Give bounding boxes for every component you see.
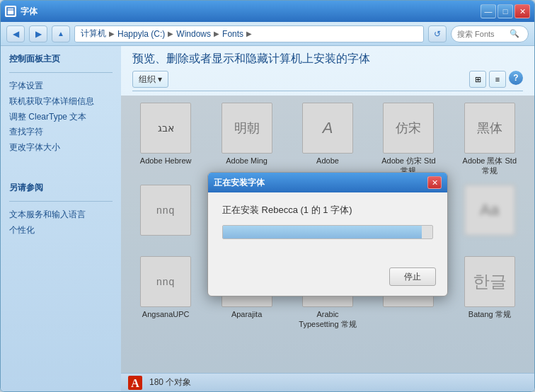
sidebar-link-online-fonts[interactable]: 联机获取字体详细信息 <box>9 96 113 108</box>
sidebar-see-also: 另请参阅 文本服务和输入语言 个性化 <box>9 182 113 236</box>
maximize-button[interactable]: □ <box>497 4 513 18</box>
toolbar-right: ⊞ ≡ ? <box>469 71 523 88</box>
path-breadcrumb-windows[interactable]: Windows <box>176 29 211 39</box>
content-header: 预览、删除或者显示和隐藏计算机上安装的字体 组织 ▾ ⊞ ≡ ? <box>121 46 534 96</box>
install-font-dialog: 正在安装字体 ✕ 正在安装 Rebecca (1 的 1 字体) 停止 <box>207 172 448 296</box>
progress-bar-fill <box>223 226 422 238</box>
svg-rect-0 <box>7 8 14 15</box>
content-area: 预览、删除或者显示和隐藏计算机上安装的字体 组织 ▾ ⊞ ≡ ? <box>121 46 534 391</box>
sidebar-link-font-size[interactable]: 更改字体大小 <box>9 142 113 154</box>
svg-text:A: A <box>131 377 139 389</box>
window-title: 字体 <box>21 6 38 18</box>
refresh-button[interactable]: ↺ <box>428 25 447 42</box>
sidebar-see-also-title: 另请参阅 <box>9 182 113 194</box>
modal-title-bar: 正在安装字体 ✕ <box>208 173 447 192</box>
path-breadcrumb-drive[interactable]: Happyla (C:) <box>117 29 165 39</box>
path-arrow-3: ▶ <box>214 30 219 38</box>
page-title: 预览、删除或者显示和隐藏计算机上安装的字体 <box>132 52 523 67</box>
title-bar-left: 字体 <box>5 6 38 18</box>
close-button[interactable]: ✕ <box>514 4 530 18</box>
toolbar: 组织 ▾ ⊞ ≡ ? <box>132 71 523 88</box>
window-controls: — □ ✕ <box>481 4 530 18</box>
sidebar-link-cleartype[interactable]: 调整 ClearType 文本 <box>9 111 113 123</box>
forward-button[interactable]: ▶ <box>29 25 47 42</box>
main-window: 字体 — □ ✕ ◀ ▶ ▲ 计算机 ▶ Happyla (C:) ▶ Wind… <box>0 0 535 392</box>
view-icon-button[interactable]: ⊞ <box>469 71 486 88</box>
progress-bar-container <box>222 225 433 239</box>
content-wrapper: אבג Adobe Hebrew 明朝 Adobe Ming A <box>121 96 534 373</box>
organize-button[interactable]: 组织 ▾ <box>132 71 168 88</box>
stop-button[interactable]: 停止 <box>389 267 436 286</box>
path-arrow-4: ▶ <box>246 30 252 38</box>
view-list-button[interactable]: ≡ <box>489 71 506 88</box>
search-input[interactable] <box>457 30 507 38</box>
toolbar-separator <box>132 91 523 91</box>
main-area: 控制面板主页 字体设置 联机获取字体详细信息 调整 ClearType 文本 查… <box>1 46 534 391</box>
modal-close-button[interactable]: ✕ <box>427 176 442 189</box>
modal-title-text: 正在安装字体 <box>214 177 265 189</box>
path-arrow-1: ▶ <box>109 30 115 38</box>
title-bar: 字体 — □ ✕ <box>1 1 534 22</box>
address-path[interactable]: 计算机 ▶ Happyla (C:) ▶ Windows ▶ Fonts ▶ <box>74 25 424 42</box>
address-bar: ◀ ▶ ▲ 计算机 ▶ Happyla (C:) ▶ Windows ▶ Fon… <box>1 22 534 46</box>
path-breadcrumb-computer[interactable]: 计算机 <box>81 28 106 40</box>
sidebar: 控制面板主页 字体设置 联机获取字体详细信息 调整 ClearType 文本 查… <box>1 46 121 391</box>
sidebar-link-personalize[interactable]: 个性化 <box>9 224 113 236</box>
sidebar-main-title: 控制面板主页 <box>9 53 113 65</box>
search-icon: 🔍 <box>510 29 519 38</box>
path-breadcrumb-fonts[interactable]: Fonts <box>222 29 243 39</box>
modal-body: 正在安装 Rebecca (1 的 1 字体) <box>208 192 447 262</box>
path-arrow-2: ▶ <box>168 30 173 38</box>
sidebar-link-find-char[interactable]: 查找字符 <box>9 126 113 138</box>
help-button[interactable]: ? <box>509 71 523 85</box>
minimize-button[interactable]: — <box>481 4 496 18</box>
window-icon <box>5 6 16 17</box>
sidebar-divider-1 <box>9 72 113 73</box>
status-count: 180 个对象 <box>149 376 191 388</box>
sidebar-link-text-services[interactable]: 文本服务和输入语言 <box>9 209 113 221</box>
modal-install-text: 正在安装 Rebecca (1 的 1 字体) <box>222 204 433 217</box>
up-button[interactable]: ▲ <box>52 25 70 42</box>
search-box[interactable]: 🔍 <box>451 25 529 42</box>
modal-overlay: 正在安装字体 ✕ 正在安装 Rebecca (1 的 1 字体) 停止 <box>121 96 534 373</box>
font-status-icon: A <box>127 374 144 391</box>
back-button[interactable]: ◀ <box>6 25 25 42</box>
modal-footer: 停止 <box>208 262 447 296</box>
status-bar: A 180 个对象 <box>121 373 534 391</box>
sidebar-divider-2 <box>9 201 113 202</box>
sidebar-link-font-settings[interactable]: 字体设置 <box>9 80 113 92</box>
